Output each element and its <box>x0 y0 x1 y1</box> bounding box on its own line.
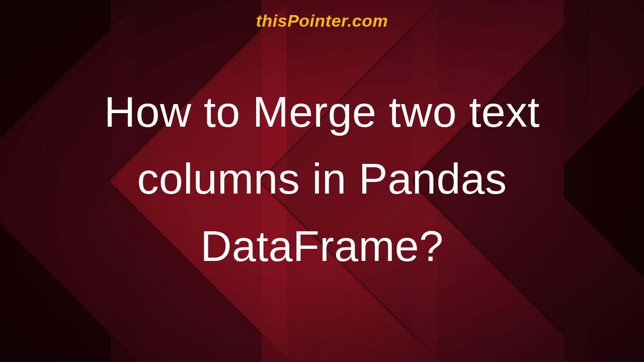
content-container: thisPointer.com How to Merge two text co… <box>0 0 644 362</box>
brand-logo-text: thisPointer.com <box>256 11 388 31</box>
article-title: How to Merge two text columns in Pandas … <box>0 78 644 280</box>
